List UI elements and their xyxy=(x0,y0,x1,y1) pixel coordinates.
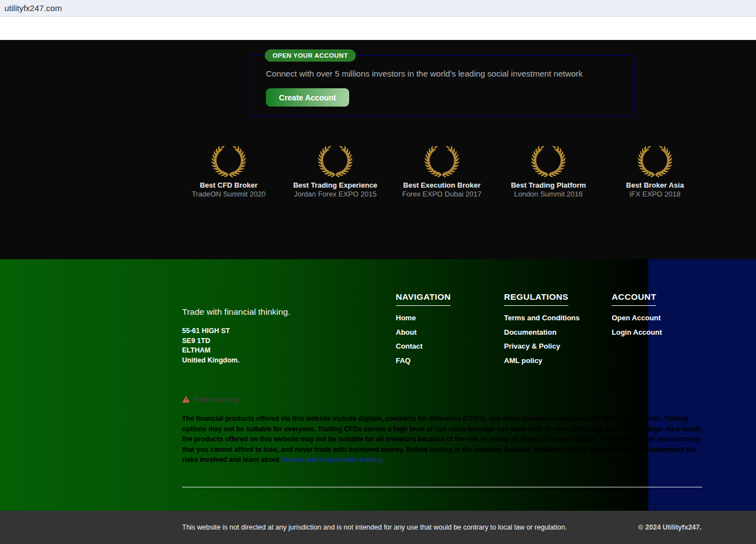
open-account-badge: OPEN YOUR ACCOUNT xyxy=(265,49,356,62)
award-item: Best Trading Platform London Summit 2016 xyxy=(495,142,602,198)
cta-description: Connect with over 5 millions investors i… xyxy=(266,69,583,78)
laurel-wreath-icon xyxy=(314,142,357,179)
risk-warning-header: Risk warning xyxy=(182,395,239,404)
footer-tagline: Trade with financial thinking. xyxy=(182,307,290,317)
create-account-button[interactable]: Create Account xyxy=(266,88,349,107)
laurel-wreath-icon xyxy=(527,142,570,179)
laurel-wreath-icon xyxy=(207,142,250,179)
footer-link-privacy[interactable]: Privacy & Policy xyxy=(504,342,579,350)
award-title: Best Trading Platform xyxy=(495,181,602,189)
footer-link-home[interactable]: Home xyxy=(396,314,451,321)
site-url: utilityfx247.com xyxy=(4,0,62,16)
award-title: Best Trading Experience xyxy=(282,181,389,189)
open-account-panel: OPEN YOUR ACCOUNT Connect with over 5 mi… xyxy=(251,55,634,117)
jurisdiction-disclaimer: This website is not directed at any juri… xyxy=(182,511,567,544)
risk-warning-label: Risk warning xyxy=(194,395,239,404)
footer-link-documentation[interactable]: Documentation xyxy=(504,329,579,336)
laurel-wreath-icon xyxy=(633,142,677,179)
footer-link-about[interactable]: About xyxy=(396,329,451,336)
award-subtitle: London Summit 2016 xyxy=(495,190,602,198)
award-subtitle: Jordan Forex EXPO 2015 xyxy=(282,190,389,198)
browser-bar: utilityfx247.com xyxy=(0,0,756,17)
award-item: Best Broker Asia iFX EXPO 2018 xyxy=(602,142,708,198)
address-line: SE9 1TD xyxy=(182,336,239,346)
page: utilityfx247.com OPEN YOUR ACCOUNT Conne… xyxy=(0,0,756,544)
column-heading: REGULATIONS xyxy=(504,292,568,306)
footer-link-terms[interactable]: Terms and Conditions xyxy=(504,314,579,321)
column-heading: ACCOUNT xyxy=(612,292,656,306)
column-heading: NAVIGATION xyxy=(396,292,451,306)
header-strip xyxy=(0,17,756,40)
award-subtitle: Forex EXPO Dubai 2017 xyxy=(389,190,495,198)
footer-column-navigation: NAVIGATION Home About Contact FAQ xyxy=(396,292,451,371)
risk-warning-text: The financial products offered via this … xyxy=(182,415,702,464)
address-line: Unitied Kingdom. xyxy=(182,356,239,366)
awards-row: Best CFD Broker TradeON Summit 2020 Best… xyxy=(175,142,708,198)
bottom-bar: This website is not directed at any juri… xyxy=(0,511,756,544)
award-item: Best Execution Broker Forex EXPO Dubai 2… xyxy=(389,142,495,198)
footer-column-regulations: REGULATIONS Terms and Conditions Documen… xyxy=(504,292,579,371)
award-title: Best Broker Asia xyxy=(602,181,708,189)
award-title: Best CFD Broker xyxy=(175,181,282,189)
copyright-notice: © 2024 Utilityfx247. xyxy=(638,511,702,544)
footer-link-open-account[interactable]: Open Account xyxy=(612,314,662,321)
address-line: ELTHAM xyxy=(182,346,239,356)
footer-divider xyxy=(182,487,702,487)
laurel-wreath-icon xyxy=(420,142,463,179)
footer-column-account: ACCOUNT Open Account Login Account xyxy=(612,292,662,342)
responsible-trading-link[interactable]: Secure and responsible trading. xyxy=(281,456,385,464)
warning-triangle-icon xyxy=(182,396,190,403)
footer-link-login-account[interactable]: Login Account xyxy=(612,329,662,336)
company-address: 55-61 HIGH ST SE9 1TD ELTHAM Unitied Kin… xyxy=(182,326,239,365)
risk-warning-paragraph: The financial products offered via this … xyxy=(182,414,702,465)
award-title: Best Execution Broker xyxy=(389,181,495,189)
award-item: Best CFD Broker TradeON Summit 2020 xyxy=(175,142,282,198)
hero-section: OPEN YOUR ACCOUNT Connect with over 5 mi… xyxy=(0,40,756,259)
award-subtitle: TradeON Summit 2020 xyxy=(175,190,282,198)
award-item: Best Trading Experience Jordan Forex EXP… xyxy=(282,142,389,198)
award-subtitle: iFX EXPO 2018 xyxy=(602,190,708,198)
footer-section: Trade with financial thinking. 55-61 HIG… xyxy=(0,259,756,511)
footer-link-contact[interactable]: Contact xyxy=(396,342,451,350)
address-line: 55-61 HIGH ST xyxy=(182,326,239,336)
footer-link-aml[interactable]: AML policy xyxy=(504,357,579,364)
footer-content: Trade with financial thinking. 55-61 HIG… xyxy=(0,259,756,511)
footer-link-faq[interactable]: FAQ xyxy=(396,357,451,364)
